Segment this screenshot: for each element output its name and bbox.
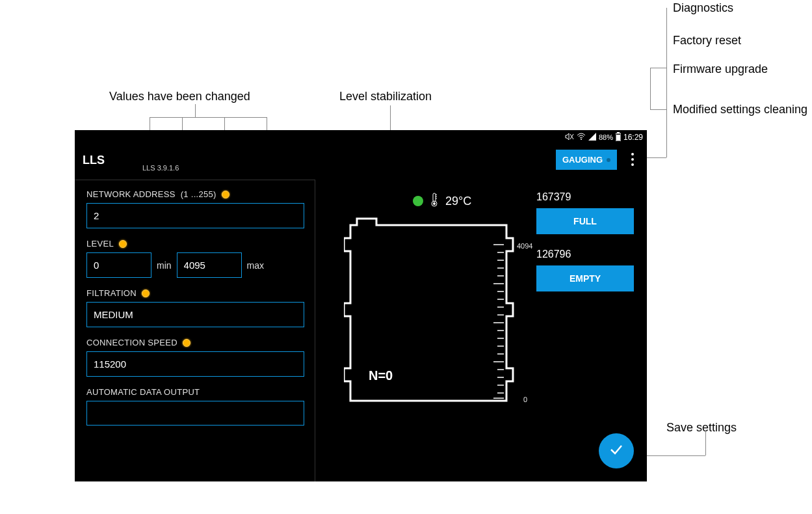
annotation-modified-cleaning: Modified settings cleaning (673, 103, 807, 116)
annotation-save-settings: Save settings (666, 421, 737, 435)
auto-output-select[interactable] (86, 401, 304, 426)
mute-icon (565, 133, 574, 142)
status-bar: 88% 16:29 (75, 130, 647, 144)
annotation-level-stab: Level stabilization (339, 90, 432, 103)
svg-rect-4 (433, 193, 436, 202)
annotation-diagnostics: Diagnostics (673, 1, 733, 15)
battery-icon (616, 132, 621, 143)
annotation-factory-reset: Factory reset (673, 34, 741, 47)
network-address-hint: (1 ...255) (181, 189, 216, 199)
level-max-input[interactable] (177, 252, 242, 278)
filtration-select[interactable]: MEDIUM (86, 302, 304, 327)
scale-min: 0 (523, 396, 527, 403)
changed-indicator-icon (142, 290, 150, 297)
network-address-label: NETWORK ADDRESS (86, 189, 176, 199)
field-level: LEVEL min max (86, 239, 304, 278)
changed-indicator-icon (183, 339, 190, 347)
thermometer-icon (430, 193, 439, 210)
gauging-label: GAUGING (562, 155, 603, 165)
svg-point-0 (581, 139, 582, 140)
full-value: 167379 (536, 191, 634, 203)
wifi-icon (577, 133, 586, 142)
level-min-input[interactable] (86, 252, 151, 278)
field-network-address: NETWORK ADDRESS (1 ...255) (86, 189, 304, 228)
scale-max: 4094 (517, 242, 532, 250)
temperature-value: 29°C (445, 195, 471, 208)
checkmark-icon (608, 441, 625, 461)
level-stabilization-indicator (413, 196, 423, 206)
empty-button[interactable]: EMPTY (536, 265, 634, 291)
filtration-label: FILTRATION (86, 288, 137, 298)
changed-indicator-icon (119, 240, 127, 248)
connection-speed-label: CONNECTION SPEED (86, 338, 177, 347)
save-settings-fab[interactable] (599, 433, 634, 468)
network-address-input[interactable] (86, 203, 304, 228)
field-connection-speed: CONNECTION SPEED 115200 (86, 338, 304, 377)
status-time: 16:29 (623, 133, 643, 142)
svg-point-6 (433, 202, 436, 205)
app-title: LLS (83, 154, 105, 167)
annotation-firmware-upgrade: Firmware upgrade (673, 62, 768, 76)
empty-value: 126796 (536, 249, 634, 260)
level-label: LEVEL (86, 239, 114, 249)
field-auto-output: AUTOMATIC DATA OUTPUT (86, 387, 304, 426)
gauging-button[interactable]: GAUGING (556, 150, 617, 170)
app-version: LLS 3.9.1.6 (142, 164, 179, 172)
svg-rect-3 (616, 135, 620, 141)
full-button[interactable]: FULL (536, 208, 634, 234)
connection-speed-select[interactable]: 115200 (86, 351, 304, 377)
changed-indicator-icon (222, 191, 229, 198)
visual-pane: 29°C (315, 180, 647, 481)
overflow-menu-button[interactable] (626, 150, 639, 169)
tank-n-value: N=0 (369, 368, 393, 383)
auto-output-label: AUTOMATIC DATA OUTPUT (86, 387, 200, 397)
battery-pct: 88% (599, 133, 613, 141)
annotation-values-changed: Values have been changed (109, 90, 250, 103)
gauging-indicator (607, 158, 610, 162)
field-filtration: FILTRATION MEDIUM (86, 288, 304, 327)
level-max-unit: max (247, 260, 264, 271)
level-min-unit: min (157, 260, 172, 271)
signal-icon (588, 133, 596, 142)
device-screen: 88% 16:29 LLS LLS 3.9.1.6 GAUGING NETWOR… (75, 130, 647, 481)
settings-pane: NETWORK ADDRESS (1 ...255) LEVEL min max (75, 180, 315, 481)
